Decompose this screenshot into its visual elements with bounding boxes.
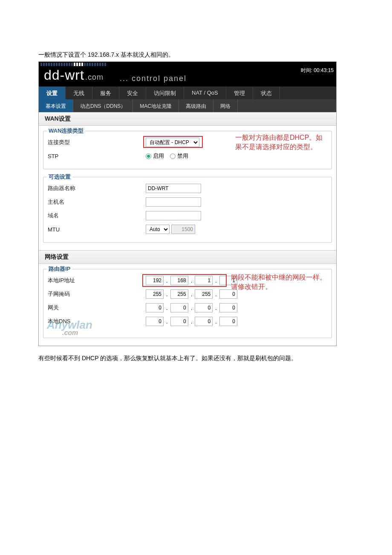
subnet-2[interactable]	[170, 289, 188, 299]
stp-disable-radio[interactable]: 禁用	[170, 152, 188, 160]
radio-off-icon	[170, 153, 176, 159]
tab-wireless[interactable]: 无线	[66, 87, 92, 99]
stp-label: STP	[48, 153, 146, 159]
subnet-1[interactable]	[146, 289, 164, 299]
subtab-network[interactable]: 网络	[213, 99, 238, 112]
localdns-4[interactable]	[219, 317, 237, 326]
time-display: 时间: 00:43:15	[301, 67, 334, 74]
tab-setup[interactable]: 设置	[39, 87, 66, 99]
router-panel: dd-wrt.com ... control panel 时间: 00:43:1…	[38, 61, 337, 346]
legend-wan-type: WAN连接类型	[47, 127, 85, 135]
tab-security[interactable]: 安全	[119, 87, 146, 99]
annotation-2: 网段不能和被中继的网段一样。请修改错开。	[231, 273, 329, 292]
fieldset-optional: 可选设置 路由器名称 主机名 域名 MTU Auto	[43, 177, 332, 243]
gateway-3[interactable]	[195, 303, 213, 312]
tab-services[interactable]: 服务	[92, 87, 119, 99]
gateway-1[interactable]	[146, 303, 164, 312]
mtu-mode-select[interactable]: Auto	[146, 225, 170, 234]
hostname-input[interactable]	[146, 197, 201, 207]
fieldset-router-ip: 路由器IP 本地IP地址 . . . 子网掩码 . .	[43, 269, 332, 338]
domain-label: 域名	[48, 212, 146, 220]
stp-enable-label: 启用	[153, 152, 164, 160]
legend-optional: 可选设置	[47, 173, 72, 181]
gateway-2[interactable]	[170, 303, 188, 312]
subtab-routing[interactable]: 高级路由	[179, 99, 213, 112]
header-bar: dd-wrt.com ... control panel 时间: 00:43:1…	[39, 62, 336, 87]
mtu-value-input	[171, 225, 195, 234]
gateway-label: 网关	[48, 304, 146, 312]
main-nav: 设置 无线 服务 安全 访问限制 NAT / QoS 管理 状态	[39, 87, 336, 99]
subtab-ddns[interactable]: 动态DNS（DDNS）	[73, 99, 133, 112]
annotation-redbox-1	[143, 136, 203, 148]
after-text: 有些时候看不到 DHCP 的选项，那么恢复默认就基本上有了。如果还没有，那就是刷…	[38, 355, 354, 362]
gateway-4[interactable]	[219, 303, 237, 312]
subnet-3[interactable]	[195, 289, 213, 299]
tab-admin[interactable]: 管理	[226, 87, 253, 99]
subtab-mac[interactable]: MAC地址克隆	[133, 99, 179, 112]
annotation-redbox-2	[142, 274, 227, 287]
fieldset-wan-type: WAN连接类型 连接类型 自动配置 - DHCP STP	[43, 131, 332, 169]
localdns-1[interactable]	[146, 317, 164, 326]
sub-nav: 基本设置 动态DNS（DDNS） MAC地址克隆 高级路由 网络	[39, 99, 336, 112]
conn-type-label: 连接类型	[48, 139, 146, 146]
localdns-2[interactable]	[170, 317, 188, 326]
subnet-label: 子网掩码	[48, 290, 146, 298]
local-ip-label: 本地IP地址	[48, 277, 146, 284]
intro-text: 一般情况下设置个 192.168.7.x 基本就没人相同的。	[38, 51, 354, 59]
decor-marks	[40, 63, 106, 66]
section-net-header: 网络设置	[39, 250, 336, 264]
router-name-label: 路由器名称	[48, 185, 146, 192]
control-panel-text: ... control panel	[120, 74, 187, 83]
legend-router-ip: 路由器IP	[47, 265, 72, 273]
logo-suffix: .com	[85, 73, 104, 82]
tab-nat[interactable]: NAT / QoS	[184, 87, 226, 99]
logo-text: dd-wrt	[44, 67, 84, 83]
logo: dd-wrt.com	[44, 67, 104, 83]
mtu-label: MTU	[48, 226, 146, 233]
stp-enable-radio[interactable]: 启用	[146, 152, 164, 160]
tab-access[interactable]: 访问限制	[146, 87, 184, 99]
tab-status[interactable]: 状态	[253, 87, 280, 99]
section-wan-header: WAN设置	[39, 112, 336, 126]
localdns-3[interactable]	[195, 317, 213, 326]
domain-input[interactable]	[146, 211, 201, 220]
radio-on-icon	[146, 153, 151, 159]
router-name-input[interactable]	[146, 184, 201, 193]
stp-disable-label: 禁用	[177, 152, 188, 160]
content-area: WAN设置 WAN连接类型 连接类型 自动配置 - DHCP STP	[39, 112, 336, 338]
subtab-basic[interactable]: 基本设置	[39, 99, 73, 112]
localdns-label: 本地DNS	[48, 318, 146, 325]
annotation-1: 一般对方路由都是DHCP。如果不是请选择对应的类型。	[235, 133, 329, 152]
hostname-label: 主机名	[48, 198, 146, 206]
